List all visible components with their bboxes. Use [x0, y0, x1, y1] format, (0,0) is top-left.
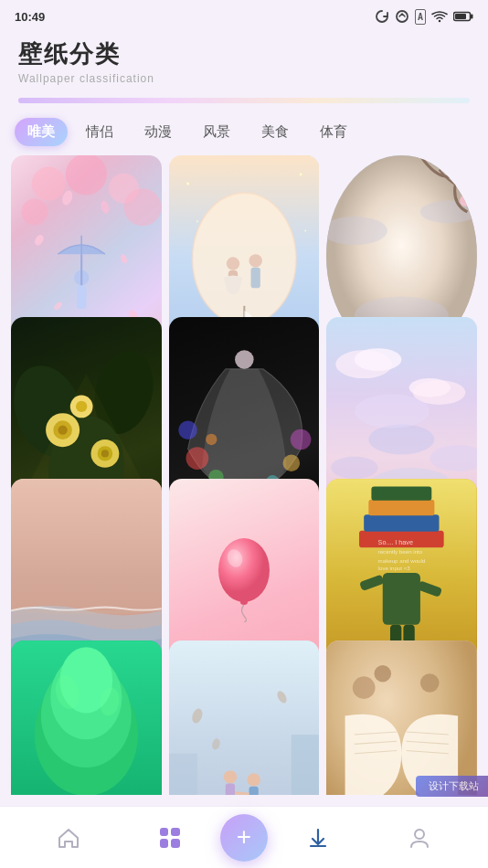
- battery-icon: [453, 11, 473, 22]
- nav-download[interactable]: [268, 825, 369, 851]
- tab-beauty[interactable]: 唯美: [15, 118, 68, 146]
- svg-point-7: [21, 199, 48, 226]
- svg-point-10: [100, 200, 111, 215]
- svg-point-36: [460, 195, 471, 206]
- page-title-en: Wallpaper classification: [18, 72, 470, 85]
- svg-point-28: [196, 220, 198, 222]
- svg-point-37: [440, 160, 453, 173]
- add-plus-icon: +: [237, 824, 251, 850]
- svg-text:makeup and would: makeup and would: [378, 557, 426, 564]
- watermark: 设计下载站: [416, 776, 488, 797]
- svg-point-15: [33, 233, 45, 247]
- svg-rect-103: [249, 787, 258, 795]
- svg-rect-101: [225, 784, 234, 795]
- svg-rect-2: [471, 15, 473, 19]
- svg-point-8: [123, 188, 161, 226]
- status-icons: A: [375, 9, 473, 25]
- svg-rect-74: [364, 514, 439, 532]
- header: 壁纸分类 Wallpaper classification: [0, 29, 488, 90]
- svg-rect-3: [455, 14, 466, 19]
- tab-sports[interactable]: 体育: [307, 118, 360, 146]
- svg-point-65: [355, 395, 430, 429]
- svg-rect-97: [169, 754, 197, 795]
- svg-point-117: [420, 673, 440, 693]
- balloon-svg: [212, 535, 276, 622]
- tab-anime[interactable]: 动漫: [132, 118, 185, 146]
- wallpaper-item-10[interactable]: [11, 640, 162, 795]
- download-icon: [305, 825, 331, 851]
- svg-point-20: [192, 193, 295, 324]
- svg-rect-12: [77, 285, 86, 309]
- svg-point-49: [235, 350, 254, 369]
- status-time: 10:49: [15, 10, 45, 24]
- svg-point-118: [415, 830, 424, 839]
- status-bar: 10:49 A: [0, 0, 488, 29]
- page-title-cn: 壁纸分类: [18, 38, 470, 70]
- nav-profile[interactable]: [369, 825, 471, 851]
- svg-point-27: [299, 173, 302, 175]
- svg-point-100: [223, 770, 236, 783]
- svg-rect-24: [250, 268, 260, 289]
- svg-point-68: [218, 538, 270, 602]
- svg-point-116: [375, 665, 392, 683]
- svg-point-23: [249, 254, 261, 267]
- svg-rect-72: [383, 573, 420, 625]
- svg-point-21: [226, 257, 239, 270]
- svg-point-16: [120, 253, 128, 264]
- svg-text:So.... I have: So.... I have: [378, 538, 413, 546]
- svg-line-104: [235, 793, 249, 794]
- svg-point-50: [186, 447, 208, 470]
- wifi-icon: [431, 10, 448, 23]
- tree-art: [11, 640, 162, 795]
- svg-point-17: [53, 301, 64, 312]
- wallpaper-grid: So.... I have recently been into makeup …: [0, 155, 488, 795]
- nav-grid[interactable]: [120, 825, 221, 851]
- nav-add-button[interactable]: +: [220, 814, 268, 862]
- wallpaper-item-12[interactable]: [326, 640, 477, 795]
- svg-point-70: [240, 599, 248, 605]
- svg-point-54: [290, 429, 311, 450]
- tab-food[interactable]: 美食: [249, 118, 302, 146]
- svg-point-5: [66, 155, 107, 195]
- nav-home[interactable]: [18, 825, 120, 851]
- keyboard-icon: A: [415, 9, 426, 25]
- couple-walk-art: [169, 640, 320, 795]
- sync-icon: [395, 9, 409, 24]
- wallpaper-item-11[interactable]: [169, 640, 320, 795]
- category-tabs: 唯美 情侣 动漫 风景 美食 体育: [0, 111, 488, 155]
- svg-point-59: [355, 348, 401, 371]
- home-icon: [56, 825, 81, 851]
- svg-rect-76: [372, 486, 432, 500]
- bottom-nav: +: [0, 806, 488, 868]
- book-warm-art: [326, 640, 477, 795]
- svg-rect-75: [369, 500, 435, 515]
- profile-icon: [407, 825, 432, 851]
- svg-point-62: [369, 425, 435, 455]
- svg-point-0: [397, 11, 408, 22]
- tab-couple[interactable]: 情侣: [73, 118, 126, 146]
- svg-text:love input <3: love input <3: [378, 565, 411, 571]
- svg-point-52: [178, 420, 197, 439]
- svg-point-61: [409, 378, 451, 397]
- svg-point-53: [282, 454, 300, 471]
- rotate-icon: [375, 9, 389, 24]
- svg-point-102: [247, 773, 260, 786]
- svg-point-63: [331, 456, 377, 479]
- svg-point-34: [455, 172, 470, 186]
- svg-text:recently been into: recently been into: [378, 549, 423, 556]
- grid-icon: [157, 825, 183, 851]
- gradient-bar: [18, 98, 470, 103]
- svg-point-29: [304, 229, 306, 231]
- svg-point-26: [186, 183, 189, 185]
- svg-point-4: [32, 167, 66, 201]
- svg-rect-98: [291, 735, 319, 795]
- svg-point-115: [353, 676, 376, 699]
- tab-scenery[interactable]: 风景: [190, 118, 243, 146]
- svg-point-56: [206, 434, 217, 445]
